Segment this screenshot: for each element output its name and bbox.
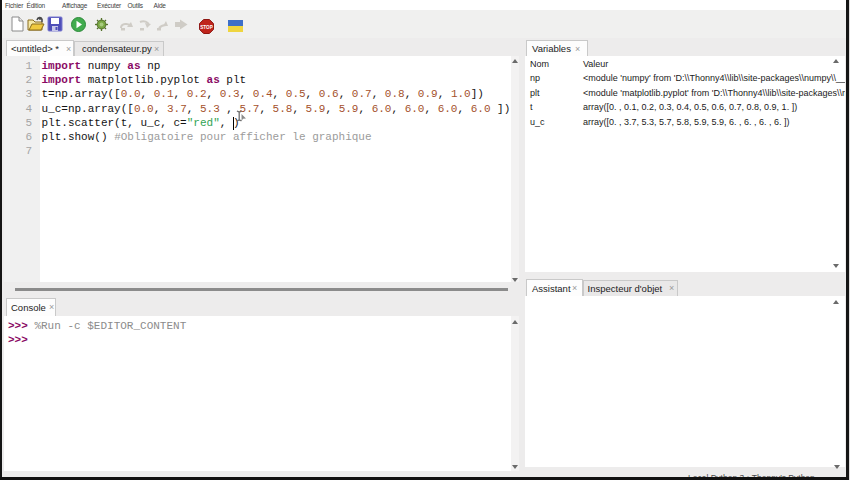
svg-text:STOP: STOP <box>200 25 212 30</box>
